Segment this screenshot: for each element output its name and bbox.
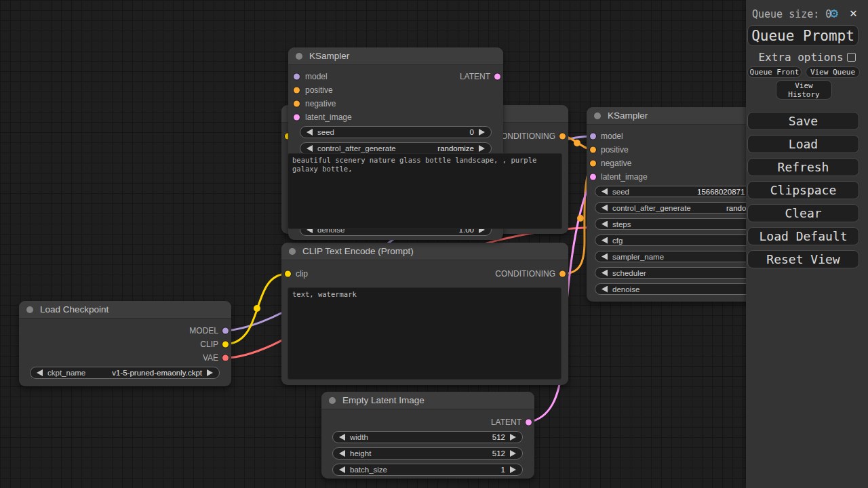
load-button[interactable]: Load [747, 135, 859, 153]
input-slot-latent-image[interactable]: latent_image [587, 170, 648, 184]
positive-input-dot-icon[interactable] [590, 147, 596, 153]
reset-view-button[interactable]: Reset View [747, 250, 859, 268]
conditioning-output-dot-icon[interactable] [559, 134, 566, 140]
clipspace-button[interactable]: Clipspace [747, 181, 859, 199]
view-history-button[interactable]: View History [776, 80, 832, 100]
input-slot-model[interactable]: model [587, 129, 623, 143]
node-title: Empty Latent Image [342, 395, 425, 405]
node-load-checkpoint[interactable]: Load Checkpoint MODEL CLIP VAE ckpt_name… [19, 301, 231, 386]
collapse-dot-icon[interactable] [296, 53, 302, 60]
widget-label: ckpt_name [47, 369, 85, 377]
seed-widget[interactable]: seed 0 [300, 126, 492, 138]
collapse-dot-icon[interactable] [329, 397, 336, 404]
negative-link-midpoint-dot[interactable] [577, 215, 584, 222]
output-slot-model[interactable]: MODEL [189, 324, 231, 338]
input-slot-clip[interactable]: clip [281, 267, 308, 281]
latent-input-dot-icon[interactable] [590, 174, 596, 180]
node-title-bar[interactable]: KSampler [587, 107, 762, 125]
widget-value: v1-5-pruned-emaonly.ckpt [112, 369, 202, 377]
vae-output-dot-icon[interactable] [222, 355, 229, 361]
queue-front-button[interactable]: Queue Front [747, 66, 802, 78]
increment-arrow-icon[interactable] [510, 450, 516, 457]
input-slot-positive[interactable]: positive [288, 83, 333, 97]
queue-prompt-button[interactable]: Queue Prompt [747, 25, 859, 46]
decrement-arrow-icon[interactable] [601, 286, 608, 293]
clip-input-dot-icon[interactable] [285, 271, 291, 277]
clip-link-midpoint-dot[interactable] [254, 305, 260, 312]
conditioning-output-dot-icon[interactable] [559, 271, 566, 277]
output-slot-latent[interactable]: LATENT [460, 70, 503, 83]
load-default-button[interactable]: Load Default [747, 227, 859, 245]
decrement-arrow-icon[interactable] [601, 221, 608, 228]
node-ksampler-right[interactable]: KSampler model positive negative latent_… [587, 107, 762, 302]
ckpt-name-widget[interactable]: ckpt_name v1-5-pruned-emaonly.ckpt [30, 367, 220, 379]
collapse-dot-icon[interactable] [26, 306, 33, 313]
collapse-dot-icon[interactable] [289, 248, 296, 255]
input-slot-negative[interactable]: negative [587, 157, 631, 170]
model-input-dot-icon[interactable] [590, 134, 596, 140]
close-icon[interactable]: ✕ [850, 5, 857, 20]
prev-arrow-icon[interactable] [601, 270, 608, 277]
latent-output-dot-icon[interactable] [526, 420, 532, 426]
node-title: Load Checkpoint [40, 304, 108, 314]
batch-size-widget[interactable]: batch_size 1 [332, 464, 523, 476]
increment-arrow-icon[interactable] [510, 434, 516, 441]
seed-value: 15668020871 [697, 186, 745, 198]
next-arrow-icon[interactable] [207, 369, 213, 376]
graph-canvas[interactable]: CLIP Text Encode (Prompt) clip CONDITION… [0, 0, 868, 488]
positive-prompt-textarea[interactable]: beautiful scenery nature glass bottle la… [288, 153, 562, 229]
decrement-arrow-icon[interactable] [339, 466, 345, 473]
negative-input-dot-icon[interactable] [590, 161, 596, 167]
clip-output-dot-icon[interactable] [222, 342, 229, 348]
collapse-dot-icon[interactable] [594, 113, 601, 119]
model-output-dot-icon[interactable] [222, 328, 229, 334]
view-history-line1: View [795, 81, 813, 90]
output-slot-vae[interactable]: VAE [203, 351, 231, 365]
decrement-arrow-icon[interactable] [307, 129, 313, 136]
node-title-bar[interactable]: KSampler [288, 47, 503, 65]
model-input-dot-icon[interactable] [294, 74, 300, 80]
view-queue-button[interactable]: View Queue [806, 66, 860, 78]
decrement-arrow-icon[interactable] [307, 145, 313, 152]
output-slot-clip[interactable]: CLIP [200, 338, 231, 351]
widget-label: seed [612, 188, 629, 196]
node-empty-latent-image[interactable]: Empty Latent Image LATENT width 512 heig… [321, 392, 534, 479]
clear-button[interactable]: Clear [747, 204, 859, 222]
output-slot-conditioning[interactable]: CONDITIONING [495, 267, 568, 281]
output-slot-latent[interactable]: LATENT [491, 415, 534, 429]
increment-arrow-icon[interactable] [479, 145, 485, 152]
node-title-bar[interactable]: CLIP Text Encode (Prompt) [281, 243, 568, 260]
save-button[interactable]: Save [747, 112, 859, 130]
width-widget[interactable]: width 512 [332, 431, 523, 443]
widget-label: control_after_generate [317, 144, 396, 152]
settings-gear-icon[interactable]: ⚙ [830, 5, 838, 21]
extra-options-checkbox[interactable] [847, 53, 856, 62]
decrement-arrow-icon[interactable] [601, 205, 608, 211]
positive-input-dot-icon[interactable] [294, 87, 300, 94]
node-title-bar[interactable]: Empty Latent Image [321, 392, 534, 409]
increment-arrow-icon[interactable] [510, 466, 516, 473]
negative-input-dot-icon[interactable] [294, 101, 300, 107]
decrement-arrow-icon[interactable] [601, 237, 608, 244]
input-slot-positive[interactable]: positive [587, 143, 629, 157]
prev-arrow-icon[interactable] [601, 253, 608, 260]
input-slot-model[interactable]: model [288, 70, 328, 83]
decrement-arrow-icon[interactable] [601, 188, 608, 195]
positive-link-midpoint-dot[interactable] [574, 140, 580, 146]
slot-label: VAE [203, 353, 218, 363]
latent-input-dot-icon[interactable] [294, 115, 300, 121]
prev-arrow-icon[interactable] [37, 369, 43, 376]
output-slot-conditioning[interactable]: CONDITIONING [495, 129, 568, 143]
widget-label: seed [317, 128, 334, 136]
input-slot-latent-image[interactable]: latent_image [288, 110, 352, 124]
refresh-button[interactable]: Refresh [747, 158, 859, 176]
node-title-bar[interactable]: Load Checkpoint [19, 301, 231, 319]
increment-arrow-icon[interactable] [479, 129, 485, 136]
input-slot-negative[interactable]: negative [288, 97, 336, 110]
negative-prompt-textarea[interactable]: text, watermark [288, 287, 561, 380]
decrement-arrow-icon[interactable] [339, 434, 345, 441]
decrement-arrow-icon[interactable] [339, 450, 345, 457]
height-widget[interactable]: height 512 [332, 447, 523, 460]
latent-output-dot-icon[interactable] [494, 74, 500, 80]
widget-label: steps [612, 220, 631, 228]
